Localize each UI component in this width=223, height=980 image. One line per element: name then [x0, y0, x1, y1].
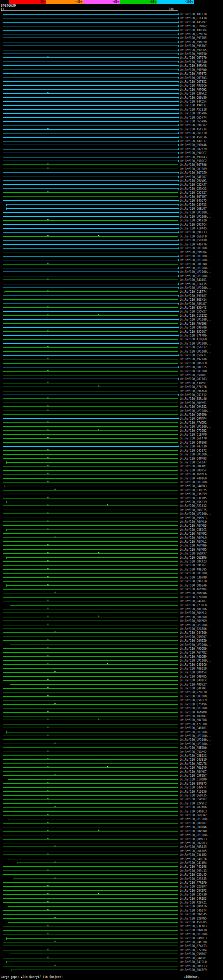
- alignment-bar[interactable]: [8, 859, 178, 859]
- alignment-bar[interactable]: [3, 886, 178, 887]
- alignment-bar[interactable]: [3, 561, 178, 562]
- subject-label[interactable]: UniRef100_Q4WSH1: [180, 957, 207, 960]
- alignment-bar[interactable]: [3, 402, 178, 403]
- alignment-bar[interactable]: [3, 101, 178, 102]
- subject-label[interactable]: UniRef100_A9NBY0: [180, 41, 207, 44]
- alignment-bar[interactable]: [3, 815, 178, 816]
- alignment-bar[interactable]: [3, 157, 178, 158]
- subject-label[interactable]: UniRef100_Q9AZS2: [180, 405, 207, 409]
- subject-label[interactable]: UniRef100_Q4P3W8: [180, 441, 207, 444]
- subject-label[interactable]: UniRef100_B6T4H7: [180, 196, 207, 199]
- subject-label[interactable]: UniRef100_Q49723: [180, 204, 207, 207]
- subject-label[interactable]: UniRef100_A7WQM2: [180, 422, 207, 425]
- subject-label[interactable]: UniRef100_UP1000...: [180, 735, 212, 738]
- alignment-bar[interactable]: [3, 172, 178, 173]
- subject-label[interactable]: UniRef100_Q8X0F3: [180, 889, 207, 892]
- alignment-bar[interactable]: [3, 260, 178, 260]
- subject-label[interactable]: UniRef100_C32KJ7: [180, 183, 207, 186]
- subject-label[interactable]: UniRef100_Q66ZF0: [180, 235, 207, 238]
- alignment-bar[interactable]: [14, 878, 178, 879]
- subject-label[interactable]: UniRef100_Q4FNN1: [180, 687, 207, 690]
- subject-label[interactable]: UniRef100_B8M875: [180, 782, 207, 785]
- subject-label[interactable]: UniRef100_Q8O4I6: [180, 905, 207, 908]
- alignment-bar[interactable]: [3, 783, 178, 784]
- subject-label[interactable]: UniRef100_UP1000...: [180, 259, 212, 262]
- alignment-bar[interactable]: [6, 962, 178, 962]
- alignment-bar[interactable]: [3, 367, 178, 368]
- alignment-bar[interactable]: [3, 57, 178, 58]
- subject-label[interactable]: UniRef100_Q81J03: [180, 377, 207, 381]
- subject-label[interactable]: UniRef100_B95PK6: [180, 112, 207, 115]
- subject-label[interactable]: UniRef100_C6T6T0: [180, 132, 207, 135]
- alignment-bar[interactable]: [3, 577, 178, 578]
- subject-label[interactable]: UniRef100_B2VVF2: [180, 802, 207, 805]
- subject-label[interactable]: UniRef100_UP1000...: [180, 425, 212, 428]
- subject-label[interactable]: UniRef100_C55W27: [180, 310, 207, 313]
- alignment-bar[interactable]: [3, 720, 178, 720]
- subject-label[interactable]: UniRef100_A6YML9: [180, 536, 207, 539]
- subject-label[interactable]: UniRef100_Q9LR33: [180, 231, 207, 234]
- subject-label[interactable]: UniRef100_B99487: [180, 294, 207, 298]
- subject-label[interactable]: UniRef100_A0CSD8: [180, 719, 207, 722]
- subject-label[interactable]: UniRef100_UP1000...: [180, 211, 212, 214]
- alignment-bar[interactable]: [3, 712, 178, 713]
- alignment-bar[interactable]: [3, 125, 178, 126]
- alignment-bar[interactable]: [3, 141, 178, 142]
- subject-label[interactable]: UniRef100_UP1000...: [180, 572, 212, 575]
- subject-label[interactable]: UniRef100_A7R1F0: [180, 881, 207, 885]
- alignment-bar[interactable]: [3, 383, 178, 383]
- subject-label[interactable]: UniRef100_Q5DV11: [180, 354, 207, 357]
- alignment-bar[interactable]: [6, 938, 178, 939]
- alignment-bar[interactable]: [3, 597, 178, 598]
- subject-label[interactable]: UniRef100_P41098: [180, 865, 207, 869]
- alignment-bar[interactable]: [3, 149, 178, 150]
- subject-label[interactable]: UniRef100_A5K319: [180, 501, 207, 504]
- subject-label[interactable]: UniRef100_A6YML2: [180, 611, 207, 615]
- alignment-bar[interactable]: [3, 109, 178, 110]
- alignment-bar[interactable]: [3, 434, 178, 435]
- subject-label[interactable]: UniRef100_C6S996: [180, 120, 207, 123]
- subject-label[interactable]: UniRef100_C5M907: [180, 635, 207, 639]
- subject-label[interactable]: UniRef100_A9P031: [180, 104, 207, 107]
- alignment-bar[interactable]: [3, 910, 178, 911]
- subject-label[interactable]: UniRef100_C0J389: [180, 167, 207, 171]
- subject-label[interactable]: UniRef100_C1C15Z: [180, 314, 207, 317]
- alignment-bar[interactable]: [3, 823, 178, 824]
- subject-label[interactable]: UniRef100_A9S5W7: [180, 45, 207, 48]
- subject-label[interactable]: UniRef100_Q90CF7: [180, 151, 207, 155]
- alignment-bar[interactable]: [3, 299, 178, 300]
- subject-label[interactable]: UniRef100_Q00454: [180, 671, 207, 674]
- subject-label[interactable]: UniRef100_A0DYN7: [180, 715, 207, 718]
- subject-label[interactable]: UniRef100_Q8G5E9: [180, 362, 207, 365]
- alignment-bar[interactable]: [3, 200, 178, 201]
- subject-label[interactable]: UniRef100_C5M507: [180, 953, 207, 956]
- alignment-bar[interactable]: [3, 764, 178, 764]
- alignment-bar[interactable]: [3, 672, 178, 673]
- alignment-bar[interactable]: [6, 530, 178, 530]
- alignment-bar[interactable]: [10, 644, 178, 645]
- alignment-bar[interactable]: [3, 831, 178, 832]
- subject-label[interactable]: UniRef100_C1BT74: [180, 290, 207, 293]
- subject-label[interactable]: UniRef100_Q96ZT8: [180, 580, 207, 583]
- alignment-bar[interactable]: [3, 700, 178, 700]
- alignment-bar[interactable]: [3, 284, 178, 284]
- subject-label[interactable]: UniRef100_B63X14: [180, 298, 207, 301]
- subject-label[interactable]: UniRef100_Q91TC4: [180, 223, 207, 226]
- alignment-bar[interactable]: [3, 296, 178, 296]
- alignment-bar[interactable]: [3, 323, 178, 324]
- subject-label[interactable]: UniRef100_Q29L45: [180, 873, 207, 877]
- subject-label[interactable]: UniRef100_A8I2T0: [180, 13, 207, 16]
- alignment-bar[interactable]: [3, 73, 178, 74]
- subject-label[interactable]: UniRef100_Q9NPP4: [180, 417, 207, 420]
- subject-label[interactable]: UniRef100_A6YM91: [180, 401, 207, 405]
- subject-label[interactable]: UniRef100_B4QFT6: [180, 858, 207, 861]
- alignment-bar[interactable]: [3, 474, 178, 474]
- subject-label[interactable]: UniRef100_Q5UW61: [180, 374, 207, 377]
- subject-label[interactable]: UniRef100_B4G1Q1: [180, 278, 207, 282]
- subject-label[interactable]: UniRef100_A8E386: [180, 608, 207, 611]
- alignment-bar[interactable]: [3, 22, 178, 22]
- subject-label[interactable]: UniRef100_A6R1J5: [180, 845, 207, 849]
- alignment-bar[interactable]: [3, 188, 178, 189]
- subject-label[interactable]: UniRef100_A9QY27: [180, 683, 207, 686]
- alignment-bar[interactable]: [10, 954, 178, 954]
